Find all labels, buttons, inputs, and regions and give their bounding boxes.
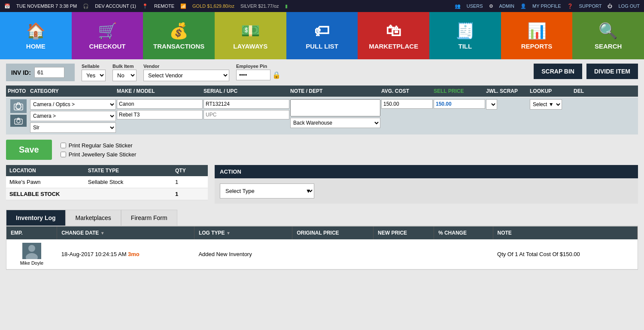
sell-price-input[interactable] [434, 99, 485, 109]
inv-id-input[interactable] [34, 67, 64, 78]
log-header-new-price: NEW PRICE [374, 226, 434, 239]
sellable-select[interactable]: Yes No [82, 70, 106, 81]
location-table: LOCATION STATE TYPE QTY Mike's Pawn Sell… [6, 165, 208, 204]
model-input[interactable] [117, 110, 203, 119]
gear-icon: ⚙ [489, 3, 493, 9]
log-emp-cell: Mike Doyle [6, 239, 57, 269]
loc-location-cell: Mike's Pawn [6, 176, 85, 188]
upc-input[interactable] [204, 110, 289, 119]
log-header-change-date: CHANGE DATE ▼ [57, 226, 194, 239]
transactions-icon: 💰 [169, 22, 188, 40]
bulk-label: Bulk Item [112, 64, 137, 69]
nav-pulllist[interactable]: 🏷 PULL LIST [286, 12, 358, 59]
employee-pin-input[interactable] [236, 70, 270, 80]
admin-link[interactable]: ADMIN [499, 3, 514, 9]
pulllist-icon: 🏷 [314, 22, 330, 40]
logout-link[interactable]: LOG OUT [618, 3, 640, 9]
tab-marketplaces[interactable]: Marketplaces [66, 210, 121, 226]
divide-item-button[interactable]: DIVIDE ITEM [586, 64, 638, 79]
marketplace-icon: 🛍 [386, 22, 401, 40]
tab-inventory-log[interactable]: Inventory Log [6, 210, 66, 226]
loc-state-type-cell: Sellable Stock [85, 176, 172, 188]
location-action: LOCATION STATE TYPE QTY Mike's Pawn Sell… [6, 165, 638, 204]
category3-select[interactable]: Slr [30, 122, 116, 133]
layaways-icon: 💵 [241, 22, 260, 40]
nav-reports[interactable]: 📊 REPORTS [501, 12, 573, 59]
remote: REMOTE [154, 3, 174, 9]
action-header: ACTION [215, 165, 638, 178]
users-link[interactable]: USERS [467, 3, 483, 9]
serial-input[interactable] [204, 99, 289, 109]
category2-select[interactable]: Camera > [30, 111, 116, 121]
nav-layaways-label: LAYAWAYS [233, 43, 267, 50]
nav-transactions-label: TRANSACTIONS [153, 43, 204, 50]
col-serial-upc: SERIAL / UPC [204, 88, 289, 94]
log-header-note: NOTE [493, 226, 637, 239]
camera-icon-small[interactable] [10, 115, 27, 127]
nav-search[interactable]: 🔍 SEARCH [572, 12, 644, 59]
log-table: EMP. CHANGE DATE ▼ LOG TYPE ▼ ORIGINAL P… [6, 226, 638, 269]
lookup-select[interactable]: Select ▼ [530, 99, 562, 110]
loc-header-location: LOCATION [6, 165, 85, 176]
vendor-label: Vendor [143, 64, 229, 69]
avg-cost-cell [381, 99, 433, 109]
action-type-select[interactable]: Select Type [220, 183, 314, 199]
print-options: Print Regular Sale Sticker Print Jewelle… [61, 142, 137, 158]
log-note-cell: Qty Of 1 At Total Cost Of $150.00 [493, 239, 637, 269]
serial-upc-cell [204, 99, 289, 119]
loc-header-qty: QTY [172, 165, 208, 176]
jwl-scrap-select[interactable] [486, 99, 497, 110]
photo-placeholder[interactable] [10, 99, 27, 113]
print-jewellery-label[interactable]: Print Jewellery Sale Sticker [61, 151, 137, 158]
silver-indicator: ▮ [285, 3, 288, 9]
top-bar: 📅 TUE NOVEMBER 7 3:38 PM 🎧 DEV ACCOUNT (… [0, 0, 644, 12]
note-textarea[interactable] [290, 99, 380, 116]
nav-layaways[interactable]: 💵 LAYAWAYS [215, 12, 286, 59]
svg-point-2 [17, 119, 20, 123]
svg-rect-3 [15, 119, 22, 124]
vendor-select[interactable]: Select Vendor [143, 70, 229, 81]
print-jewellery-checkbox[interactable] [61, 152, 66, 157]
col-photo: PHOTO [8, 88, 29, 94]
search-icon: 🔍 [598, 22, 618, 40]
print-regular-checkbox[interactable] [61, 143, 66, 148]
tab-content: EMP. CHANGE DATE ▼ LOG TYPE ▼ ORIGINAL P… [6, 226, 638, 270]
nav-home[interactable]: 🏠 HOME [0, 12, 72, 59]
nav-transactions[interactable]: 💰 TRANSACTIONS [143, 12, 215, 59]
nav-marketplace-label: MARKETPLACE [369, 43, 418, 50]
svg-point-0 [16, 104, 21, 109]
col-category: CATEGORY [30, 88, 116, 94]
sort-icon-2: ▼ [226, 231, 231, 235]
users-icon: 👥 [455, 3, 461, 9]
scrap-bin-button[interactable]: SCRAP BIN [534, 64, 582, 79]
nav-checkout[interactable]: 🛒 CHECKOUT [72, 12, 143, 59]
bulk-select[interactable]: No Yes [112, 70, 137, 81]
calendar-icon: 📅 [4, 3, 10, 9]
location-data-table: LOCATION STATE TYPE QTY Mike's Pawn Sell… [6, 165, 208, 200]
avg-cost-input[interactable] [381, 99, 433, 109]
nav-marketplace[interactable]: 🛍 MARKETPLACE [358, 12, 429, 59]
headset-icon: 🎧 [83, 3, 89, 9]
save-section: Save Print Regular Sale Sticker Print Je… [6, 140, 638, 160]
dept-select[interactable]: Back Warehouse [290, 118, 380, 128]
col-make-model: MAKE / MODEL [117, 88, 203, 94]
employee-pin-wrap: 🔒 [236, 70, 281, 80]
save-button[interactable]: Save [6, 140, 52, 160]
category1-select[interactable]: Camera / Optics > [30, 99, 116, 110]
print-regular-label[interactable]: Print Regular Sale Sticker [61, 142, 137, 149]
support-link[interactable]: SUPPORT [579, 3, 602, 9]
make-input[interactable] [117, 99, 203, 109]
myprofile-link[interactable]: MY PROFILE [532, 3, 561, 9]
sellable-label: Sellable [82, 64, 106, 69]
tab-firearm-form[interactable]: Firearm Form [121, 210, 177, 226]
print-jewellery-text: Print Jewellery Sale Sticker [69, 151, 137, 158]
top-bar-right: 👥 USERS ⚙ ADMIN 👤 MY PROFILE ❓ SUPPORT ⏻… [455, 3, 640, 9]
loc-header-state-type: STATE TYPE [85, 165, 172, 176]
lookup-cell: Select ▼ [530, 99, 573, 110]
employee-pin-group: Employee Pin 🔒 [236, 64, 281, 80]
avatar-cell: Mike Doyle [11, 243, 53, 266]
gold-price: GOLD $1,629.80/oz [192, 3, 234, 9]
time-ago: 3mo [128, 251, 140, 257]
sellable-group: Sellable Yes No [82, 64, 106, 81]
nav-till[interactable]: 🧾 TILL [429, 12, 501, 59]
